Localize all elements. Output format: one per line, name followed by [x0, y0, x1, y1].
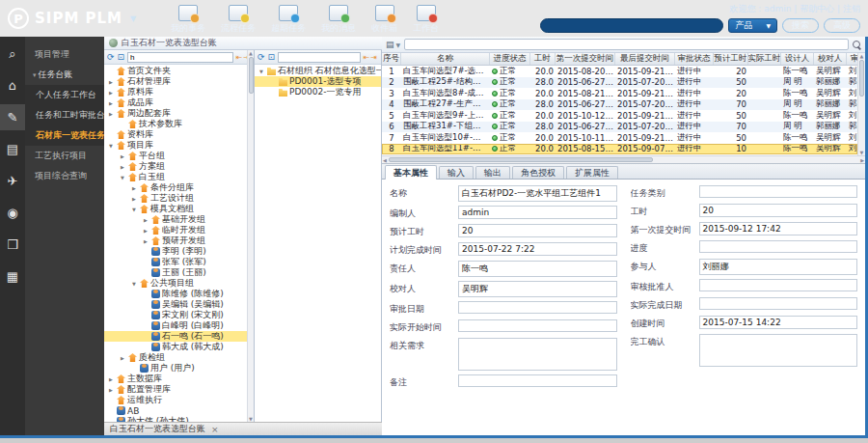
expand-arrow-icon[interactable]: ▶	[107, 376, 115, 382]
tree-node[interactable]: 首页文件夹	[104, 66, 254, 76]
expand-arrow-icon[interactable]: ▶	[130, 185, 138, 191]
edit-icon[interactable]: ✎	[0, 104, 25, 130]
logo-caret-icon[interactable]: ▼	[130, 14, 136, 23]
field-value[interactable]	[699, 185, 858, 198]
scroll-left-icon[interactable]: ◀	[383, 157, 387, 163]
detail-tab[interactable]: 角色授权	[512, 166, 564, 179]
expand-arrow-icon[interactable]: ▶	[142, 217, 149, 223]
sidebar-item[interactable]: ▾任务台账	[25, 65, 104, 85]
expand-arrow-icon[interactable]: ▶	[119, 164, 126, 170]
tree-node[interactable]: 用户 (用户)	[104, 363, 254, 374]
locate-icon[interactable]: ⊡	[118, 53, 125, 62]
tree-node[interactable]: 李明 (李明)	[104, 246, 254, 257]
scroll-up-icon[interactable]: ▲	[860, 53, 864, 59]
tree-node[interactable]: ▶ 石材管理库	[104, 76, 254, 87]
column-header[interactable]: 进度状态	[490, 53, 530, 65]
field-value[interactable]	[699, 240, 858, 253]
tree-node[interactable]: PD0002-一览专用	[255, 87, 381, 97]
sidebar-item[interactable]: 任务和工时审批台账	[25, 105, 104, 125]
field-value[interactable]	[458, 319, 617, 332]
field-value[interactable]: 吴明辉	[458, 281, 617, 297]
tree-node[interactable]: ▼ 白玉组	[104, 172, 254, 182]
expand-arrow-icon[interactable]: ▶	[119, 355, 126, 361]
tree-node[interactable]: ▼ 模具文档组	[104, 204, 254, 214]
field-value[interactable]: 白玉石材PD2-一览水平组工艺组件1	[458, 185, 617, 202]
scroll-down-icon[interactable]: ▼	[860, 150, 864, 155]
tree-node[interactable]: 技术参数库	[104, 119, 254, 129]
tree-node[interactable]: ▶ 方案组	[104, 161, 254, 172]
search-icon[interactable]	[853, 41, 861, 49]
tree-node[interactable]: ▶ 主数据库	[104, 374, 254, 384]
data-icon[interactable]: ▤	[0, 136, 25, 162]
field-value[interactable]: 2015-09-12 17:42	[699, 222, 858, 235]
tree-node[interactable]: 资料库	[104, 129, 254, 140]
tree-node[interactable]: 韩大成 (韩大成)	[104, 342, 254, 352]
column-header[interactable]: 实际工时	[748, 53, 781, 65]
围蔽工程27#-生产预案任务[interactable]: 4 围蔽工程27#-生产预案任务 正常 28.0 2015-06-27 7:25…	[382, 99, 857, 111]
tree-node[interactable]: ▶ 工艺设计组	[104, 193, 254, 204]
portal-icon[interactable]: ◉	[0, 200, 25, 226]
column-header[interactable]: 第一次提交时间	[556, 53, 615, 65]
table-filter-input[interactable]	[404, 39, 849, 50]
白玉车间选型11#-上组预案任务[interactable]: 8 白玉车间选型11#-上组预案任务 正常 20.0 2015-08-15 11…	[382, 144, 857, 155]
column-header[interactable]: 审批状态	[675, 53, 714, 65]
refresh-icon[interactable]: ⟳	[258, 53, 265, 62]
global-search-input[interactable]	[540, 18, 723, 33]
expand-arrow-icon[interactable]: ▶	[107, 79, 115, 85]
tree-node[interactable]: 白峰明 (白峰明)	[104, 320, 254, 331]
detail-tab[interactable]: 基本属性	[385, 165, 437, 180]
scroll-up-icon[interactable]: ▲	[249, 50, 253, 56]
field-value[interactable]: 陈一鸣	[458, 261, 617, 277]
close-icon[interactable]: ×	[211, 425, 219, 434]
围蔽工程31#-下组预案任务[interactable]: 6 围蔽工程31#-下组预案任务 正常 28.0 2015-06-27 7:42…	[382, 122, 857, 133]
search-category-select[interactable]: 产品 ▼	[728, 18, 777, 33]
tree-node[interactable]: ▶ 平台组	[104, 151, 254, 161]
expand-arrow-icon[interactable]: ▼	[258, 69, 265, 74]
scroll-down-icon[interactable]: ▼	[249, 416, 253, 422]
tree-node[interactable]: 石一鸣 (石一鸣)	[104, 331, 254, 342]
sidebar-item[interactable]: 工艺执行项目	[25, 146, 104, 166]
tree-node[interactable]: 孙大伟 (孙大伟)	[104, 416, 254, 422]
expand-arrow-icon[interactable]: ▶	[107, 387, 115, 393]
expand-arrow-icon[interactable]: ▶	[142, 238, 149, 244]
tree-node[interactable]: ▼ 石材组织 石材信息化选型一览表	[255, 66, 381, 76]
tree-node[interactable]: ▶ 基础开发组	[104, 214, 254, 225]
field-value[interactable]	[458, 338, 617, 371]
expand-arrow-icon[interactable]: ▶	[130, 196, 138, 202]
expand-arrow-icon[interactable]: ▶	[119, 153, 126, 159]
global-search-icon[interactable]: ⌕	[0, 41, 25, 67]
field-value[interactable]: 20	[699, 204, 858, 217]
table-horizontal-scrollbar[interactable]: ◀ ▶	[382, 155, 865, 164]
toolbar-button[interactable]: 流程任务	[221, 5, 256, 35]
column-menu-button[interactable]: ▤ ▼	[386, 40, 400, 49]
白玉车间选型7#-选型基本任务[interactable]: 1 白玉车间选型7#-选型基本任务 正常 20.0 2015-08-20 7:2…	[382, 66, 857, 77]
column-header[interactable]: 最后提交时间	[615, 53, 675, 65]
expand-arrow-icon[interactable]: ▼	[130, 207, 138, 212]
tree-node[interactable]: ▶ 条件分组库	[104, 182, 254, 193]
expand-arrow-icon[interactable]: ▼	[130, 281, 138, 287]
toolbar-button[interactable]: 工作台	[413, 5, 439, 35]
search-button[interactable]: 搜索	[782, 18, 819, 33]
app-logo[interactable]: P SIPM PLM ▼	[0, 0, 146, 37]
tree-node[interactable]: ▶ 成品库	[104, 97, 254, 108]
tree-node[interactable]: ▶ 质检组	[104, 352, 254, 363]
field-value[interactable]: 2015-07-22 7:22	[458, 242, 617, 256]
tree-node[interactable]: 陈维修 (陈维修)	[104, 289, 254, 299]
advanced-search-button[interactable]: 高级	[824, 18, 860, 33]
toolbar-button[interactable]: 我的消息	[321, 5, 356, 35]
toolbar-button[interactable]: 收件箱	[371, 5, 397, 35]
tree-node[interactable]: 张军 (张军)	[104, 257, 254, 267]
tree-node[interactable]: ▶ 预研开发组	[104, 235, 254, 246]
detail-tab[interactable]: 输入	[439, 166, 474, 179]
tree-node[interactable]: ▶ 原料库	[104, 87, 254, 97]
scrollbar-thumb[interactable]	[249, 57, 254, 94]
围蔽工程25#-结构预案任务[interactable]: 2 围蔽工程25#-结构预案任务 正常 28.0 2015-06-27 7:25…	[382, 77, 857, 89]
tree-node[interactable]: ▼ 公共项目组	[104, 278, 254, 289]
toolbar-button[interactable]: 超期任务	[271, 5, 306, 35]
column-header[interactable]: 名称	[401, 53, 490, 65]
tree-node[interactable]: 运维执行	[104, 395, 254, 405]
tree-filter-input[interactable]	[278, 52, 361, 63]
table-vertical-scrollbar[interactable]: ▲ ▼	[857, 53, 865, 155]
sidebar-item[interactable]: 项目综合查询	[25, 166, 104, 186]
tree-node[interactable]: 王丽 (王丽)	[104, 267, 254, 278]
